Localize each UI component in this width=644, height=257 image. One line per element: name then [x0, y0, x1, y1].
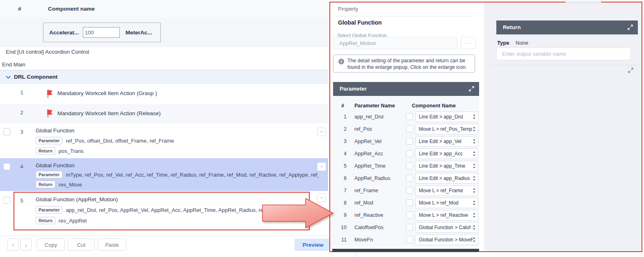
- spinner-arrows-icon[interactable]: [473, 127, 476, 132]
- param-name: MoveFn: [354, 237, 373, 243]
- accordion-inner-box: Accelerat... MeterAc...: [43, 23, 161, 42]
- param-row-number: 6: [338, 175, 347, 181]
- task-row-1[interactable]: 1 Mandatory Workcell Item Action (Grasp …: [0, 84, 328, 104]
- spinner-arrows-icon[interactable]: [473, 188, 476, 193]
- acceleration-input[interactable]: [83, 27, 120, 38]
- param-name: AppRet_Radius: [354, 175, 391, 181]
- task-row-2[interactable]: 2 Mandatory Workcell Item Action (Releas…: [0, 104, 328, 123]
- collapse-row-button[interactable]: −: [317, 162, 326, 171]
- param-row: 10CaloffsetPosGlobal Function > Calof···: [330, 221, 479, 234]
- param-checkbox[interactable]: [406, 224, 413, 231]
- component-select[interactable]: Line Edit > app_Radius: [415, 173, 478, 184]
- enlarge-icon[interactable]: [469, 86, 474, 91]
- param-checkbox[interactable]: [406, 150, 413, 157]
- enlarge-icon[interactable]: [628, 25, 633, 30]
- type-label: Type: [497, 40, 509, 46]
- app-canvas: # Component name Accelerat... MeterAc...…: [0, 0, 644, 257]
- param-name: AppRet_Acc: [354, 151, 383, 157]
- param-name: CaloffsetPos: [354, 225, 384, 230]
- enlarge-icon[interactable]: [628, 68, 633, 73]
- global-function-heading: Global Function: [338, 19, 382, 26]
- component-select[interactable]: Line Edit > app_Vel: [415, 136, 478, 147]
- drl-group-label: DRL Component: [14, 74, 57, 80]
- mandatory-flag-icon: [46, 109, 53, 118]
- param-checkbox[interactable]: [406, 125, 413, 132]
- component-select-value: Line Edit > app_Vel: [419, 139, 473, 144]
- component-select[interactable]: Line Edit > app_Dist: [415, 111, 478, 122]
- task-row-3[interactable]: 3 Global Function Parameter ref_Pos, off…: [0, 123, 328, 158]
- param-name: app_ret_Dist: [354, 114, 384, 120]
- param-row-number: 11: [338, 237, 347, 243]
- toolbar-divider: [0, 236, 328, 236]
- spinner-arrows-icon[interactable]: [473, 213, 476, 218]
- spinner-arrows-icon[interactable]: [473, 237, 476, 242]
- row-number: 3: [18, 129, 25, 135]
- output-variable-input[interactable]: [496, 48, 631, 60]
- move-up-button[interactable]: ↑: [7, 239, 18, 251]
- global-function-select[interactable]: AppRet_Motion: [333, 37, 457, 49]
- spinner-arrows-icon[interactable]: [473, 114, 476, 119]
- return-header-label: Return: [503, 24, 521, 30]
- component-select[interactable]: Line Edit > app_Time: [415, 161, 478, 171]
- component-select[interactable]: Move L > ref_Frame: [415, 185, 478, 196]
- spinner-arrows-icon[interactable]: [473, 151, 476, 156]
- component-select[interactable]: Global Function > Calof···: [415, 222, 478, 233]
- param-row-number: 5: [338, 163, 347, 169]
- spinner-arrows-icon[interactable]: [473, 176, 476, 181]
- row-checkbox[interactable]: [3, 163, 10, 170]
- component-select[interactable]: Move L > ref_Reactive: [415, 210, 478, 221]
- drl-component-group[interactable]: DRL Component: [0, 70, 328, 85]
- spinner-arrows-icon[interactable]: [473, 139, 476, 144]
- task-row-4-selected[interactable]: 4 Global Function Parameter mType, ref_P…: [0, 158, 328, 191]
- param-row: 4AppRet_AccLine Edit > app_Acc: [330, 148, 479, 160]
- paste-button[interactable]: Paste: [98, 239, 126, 251]
- component-select-value: Move L > ref_Mod: [419, 200, 473, 206]
- preview-button[interactable]: Preview: [295, 239, 331, 251]
- browse-functions-button[interactable]: ···: [461, 37, 476, 49]
- horizontal-scrollbar[interactable]: [332, 249, 479, 252]
- param-checkbox[interactable]: [406, 113, 413, 120]
- spinner-arrows-icon[interactable]: [473, 225, 476, 230]
- param-checkbox[interactable]: [406, 138, 413, 145]
- param-col-component: Component Name: [412, 103, 456, 109]
- param-checkbox[interactable]: [406, 212, 413, 218]
- end-main-row[interactable]: End Main: [2, 61, 25, 68]
- param-row: 5AppRet_TimeLine Edit > app_Time: [330, 160, 479, 172]
- chevron-down-icon[interactable]: [6, 75, 11, 79]
- spinner-arrows-icon[interactable]: [473, 164, 476, 168]
- param-checkbox[interactable]: [406, 187, 413, 194]
- row-checkbox[interactable]: [3, 128, 10, 135]
- info-text: The detail setting of the parameter and …: [347, 57, 470, 71]
- property-panel-title: Property: [338, 6, 358, 12]
- param-checkbox[interactable]: [406, 175, 413, 182]
- task-list-header: # Component name: [0, 0, 328, 19]
- param-row: 2ref_PosMove L > ref_Pos_Temp: [330, 123, 479, 135]
- param-row: 6AppRet_RadiusLine Edit > app_Radius: [330, 172, 479, 184]
- return-tag: Return: [36, 217, 55, 224]
- return-section: Return Type None 1# Approach/Retract Mot…: [484, 2, 642, 251]
- accordion-control-row[interactable]: Accelerat... MeterAc...: [0, 18, 328, 47]
- spinner-arrows-icon[interactable]: [473, 200, 476, 205]
- component-select[interactable]: Move L > ref_Pos_Temp: [415, 124, 478, 134]
- param-checkbox[interactable]: [406, 162, 413, 169]
- mandatory-flag-icon: [46, 90, 53, 98]
- return-tag: Return: [36, 181, 55, 188]
- end-accordion-row[interactable]: End [UI control] Accordion Control: [6, 49, 89, 55]
- parameter-list: ref_Pos, offset_Dist, offset_Frame, ref_…: [66, 138, 174, 144]
- copy-button[interactable]: Copy: [37, 239, 65, 251]
- move-down-button[interactable]: ↓: [21, 239, 32, 251]
- param-checkbox[interactable]: [406, 199, 413, 206]
- return-tag: Return: [36, 147, 55, 155]
- cut-button[interactable]: Cut: [68, 239, 95, 251]
- component-select[interactable]: Move L > ref_Mod: [415, 198, 478, 208]
- component-select[interactable]: Global Function > MoveFn: [415, 234, 478, 245]
- param-row-number: 10: [338, 225, 347, 230]
- divider: [491, 65, 641, 65]
- collapse-row-button[interactable]: −: [317, 127, 326, 136]
- param-name: ref_Pos: [354, 126, 372, 132]
- component-select[interactable]: Line Edit > app_Acc: [415, 148, 478, 159]
- param-row-number: 7: [338, 188, 347, 193]
- param-checkbox[interactable]: [406, 236, 413, 243]
- task-title: Global Function: [36, 127, 75, 134]
- row-checkbox[interactable]: [3, 197, 10, 204]
